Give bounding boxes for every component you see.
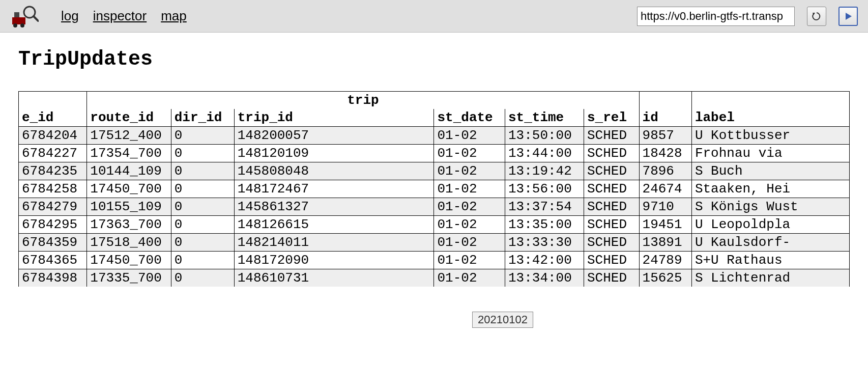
cell-trip-id: 145808048 (234, 162, 434, 180)
cell-trip-id: 148214011 (234, 234, 434, 252)
cell-label: S Buch (691, 162, 849, 180)
cell-dir-id: 0 (171, 127, 234, 145)
cell-dir-id: 0 (171, 234, 234, 252)
cell-st-time: 13:56:00 (505, 180, 584, 198)
cell-id: 18428 (639, 145, 691, 162)
header-group-blank-2 (639, 92, 691, 109)
cell-s-rel: SCHED (584, 162, 640, 180)
refresh-button[interactable] (807, 7, 826, 26)
cell-id: 7896 (639, 162, 691, 180)
cell-trip-id: 148126615 (234, 216, 434, 234)
cell-route-id: 17518_400 (87, 234, 171, 252)
cell-s-rel: SCHED (584, 216, 640, 234)
page-title: TripUpdates (18, 48, 850, 71)
cell-st-date: 01-02 (434, 145, 505, 162)
cell-st-date: 01-02 (434, 216, 505, 234)
cell-id: 19451 (639, 216, 691, 234)
col-header-s-rel[interactable]: s_rel (584, 109, 640, 127)
col-header-st-time[interactable]: st_time (505, 109, 584, 127)
play-icon (843, 11, 853, 21)
cell-st-time: 13:34:00 (505, 269, 584, 287)
svg-line-5 (34, 16, 38, 21)
col-header-label[interactable]: label (691, 109, 849, 127)
cell-dir-id: 0 (171, 216, 234, 234)
cell-dir-id: 0 (171, 198, 234, 216)
cell-route-id: 17450_700 (87, 180, 171, 198)
table-wrap: trip e_id route_id dir_id trip_id st_dat… (18, 91, 850, 313)
cell-st-date: 01-02 (434, 162, 505, 180)
url-input[interactable] (637, 7, 795, 26)
cell-e-id: 6784295 (19, 216, 87, 234)
cell-label: U Kottbusser (691, 127, 849, 145)
app-logo (10, 5, 39, 27)
col-header-dir-id[interactable]: dir_id (171, 109, 234, 127)
cell-e-id: 6784235 (19, 162, 87, 180)
nav-link-log[interactable]: log (61, 8, 79, 24)
cell-trip-id: 148172090 (234, 252, 434, 269)
cell-dir-id: 0 (171, 252, 234, 269)
cell-route-id: 17512_400 (87, 127, 171, 145)
svg-point-2 (13, 23, 17, 27)
col-header-e-id[interactable]: e_id (19, 109, 87, 127)
cell-dir-id: 0 (171, 145, 234, 162)
cell-label: S Königs Wust (691, 198, 849, 216)
cell-s-rel: SCHED (584, 145, 640, 162)
play-button[interactable] (838, 7, 858, 26)
cell-id: 9710 (639, 198, 691, 216)
table-row[interactable]: 678435917518_400014821401101-0213:33:30S… (19, 234, 850, 252)
table-row[interactable]: 678429517363_700014812661501-0213:35:00S… (19, 216, 850, 234)
cell-s-rel: SCHED (584, 234, 640, 252)
svg-rect-0 (12, 17, 25, 24)
svg-point-3 (20, 23, 24, 27)
svg-marker-7 (846, 13, 852, 20)
table-row[interactable]: 678425817450_700014817246701-0213:56:00S… (19, 180, 850, 198)
table-row[interactable]: 678420417512_400014820005701-0213:50:00S… (19, 127, 850, 145)
cell-st-date: 01-02 (434, 269, 505, 287)
cell-label: U Kaulsdorf- (691, 234, 849, 252)
cell-label: S+U Rathaus (691, 252, 849, 269)
cell-s-rel: SCHED (584, 180, 640, 198)
table-row[interactable]: 678422717354_700014812010901-0213:44:00S… (19, 145, 850, 162)
cell-st-date: 01-02 (434, 198, 505, 216)
cell-e-id: 6784227 (19, 145, 87, 162)
header-group-blank-1 (19, 92, 87, 109)
cell-route-id: 10144_109 (87, 162, 171, 180)
cell-route-id: 17335_700 (87, 269, 171, 287)
cell-label: Frohnau via (691, 145, 849, 162)
col-header-trip-id[interactable]: trip_id (234, 109, 434, 127)
table-row[interactable]: 678423510144_109014580804801-0213:19:42S… (19, 162, 850, 180)
cell-id: 13891 (639, 234, 691, 252)
cell-e-id: 6784204 (19, 127, 87, 145)
col-header-id[interactable]: id (639, 109, 691, 127)
cell-id: 9857 (639, 127, 691, 145)
cell-st-date: 01-02 (434, 252, 505, 269)
cell-st-time: 13:35:00 (505, 216, 584, 234)
nav-link-map[interactable]: map (161, 8, 187, 24)
table-row[interactable]: 678427910155_109014586132701-0213:37:54S… (19, 198, 850, 216)
cell-dir-id: 0 (171, 162, 234, 180)
refresh-icon (812, 11, 822, 21)
cell-label: Staaken, Hei (691, 180, 849, 198)
cell-st-time: 13:50:00 (505, 127, 584, 145)
table-row[interactable]: 678436517450_700014817209001-0213:42:00S… (19, 252, 850, 269)
header-bar: log inspector map (0, 0, 868, 33)
table-body: 678420417512_400014820005701-0213:50:00S… (19, 127, 850, 287)
nav-link-inspector[interactable]: inspector (93, 8, 147, 24)
cell-trip-id: 148120109 (234, 145, 434, 162)
cell-route-id: 17363_700 (87, 216, 171, 234)
cell-e-id: 6784365 (19, 252, 87, 269)
cell-trip-id: 148200057 (234, 127, 434, 145)
cell-dir-id: 0 (171, 269, 234, 287)
cell-id: 24789 (639, 252, 691, 269)
col-header-route-id[interactable]: route_id (87, 109, 171, 127)
cell-e-id: 6784279 (19, 198, 87, 216)
table-row[interactable]: 678439817335_700014861073101-0213:34:00S… (19, 269, 850, 287)
header-group-trip: trip (87, 92, 639, 109)
cell-st-time: 13:19:42 (505, 162, 584, 180)
cell-st-date: 01-02 (434, 127, 505, 145)
header-columns-row: e_id route_id dir_id trip_id st_date st_… (19, 109, 850, 127)
cell-s-rel: SCHED (584, 127, 640, 145)
cell-e-id: 6784398 (19, 269, 87, 287)
col-header-st-date[interactable]: st_date (434, 109, 505, 127)
cell-st-date: 01-02 (434, 180, 505, 198)
